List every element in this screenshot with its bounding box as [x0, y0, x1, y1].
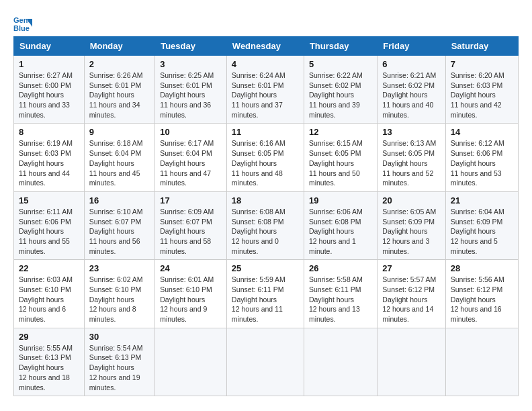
- page-header: General Blue: [13, 13, 519, 32]
- calendar-cell: 17 Sunrise: 6:09 AMSunset: 6:07 PMDaylig…: [155, 191, 227, 259]
- day-number: 19: [309, 195, 372, 205]
- calendar-cell: 14 Sunrise: 6:12 AMSunset: 6:06 PMDaylig…: [445, 124, 518, 191]
- day-number: 4: [232, 59, 299, 69]
- calendar-cell: 18 Sunrise: 6:08 AMSunset: 6:08 PMDaylig…: [226, 191, 304, 259]
- day-number: 18: [232, 195, 299, 205]
- weekday-header-wednesday: Wednesday: [226, 37, 304, 56]
- calendar-cell: 11 Sunrise: 6:16 AMSunset: 6:05 PMDaylig…: [226, 124, 304, 191]
- calendar-cell: 29 Sunrise: 5:55 AMSunset: 6:13 PMDaylig…: [14, 328, 85, 396]
- day-number: 10: [160, 127, 222, 137]
- day-number: 22: [19, 263, 79, 273]
- day-number: 25: [232, 263, 299, 273]
- day-info: Sunrise: 5:54 AMSunset: 6:13 PMDaylight …: [89, 343, 150, 392]
- calendar-week-row: 1 Sunrise: 6:27 AMSunset: 6:00 PMDayligh…: [14, 56, 519, 124]
- day-info: Sunrise: 6:12 AMSunset: 6:06 PMDaylight …: [451, 138, 513, 187]
- calendar-cell: 21 Sunrise: 6:04 AMSunset: 6:09 PMDaylig…: [445, 191, 518, 259]
- day-number: 6: [382, 59, 440, 69]
- calendar-table: SundayMondayTuesdayWednesdayThursdayFrid…: [13, 36, 519, 396]
- calendar-cell: [378, 328, 445, 396]
- calendar-cell: 4 Sunrise: 6:24 AMSunset: 6:01 PMDayligh…: [226, 56, 304, 124]
- day-number: 23: [89, 263, 150, 273]
- day-info: Sunrise: 6:05 AMSunset: 6:09 PMDaylight …: [382, 207, 440, 256]
- calendar-cell: 10 Sunrise: 6:17 AMSunset: 6:04 PMDaylig…: [155, 124, 227, 191]
- day-info: Sunrise: 6:17 AMSunset: 6:04 PMDaylight …: [160, 138, 222, 187]
- day-info: Sunrise: 6:22 AMSunset: 6:02 PMDaylight …: [309, 71, 372, 120]
- day-number: 12: [309, 127, 372, 137]
- day-info: Sunrise: 6:25 AMSunset: 6:01 PMDaylight …: [160, 71, 222, 120]
- day-info: Sunrise: 6:26 AMSunset: 6:01 PMDaylight …: [89, 71, 150, 120]
- day-info: Sunrise: 6:19 AMSunset: 6:03 PMDaylight …: [19, 138, 79, 187]
- calendar-cell: 9 Sunrise: 6:18 AMSunset: 6:04 PMDayligh…: [84, 124, 155, 191]
- calendar-cell: 1 Sunrise: 6:27 AMSunset: 6:00 PMDayligh…: [14, 56, 85, 124]
- day-number: 30: [89, 332, 150, 342]
- day-info: Sunrise: 5:58 AMSunset: 6:11 PMDaylight …: [309, 275, 372, 324]
- day-info: Sunrise: 5:59 AMSunset: 6:11 PMDaylight …: [232, 275, 299, 324]
- day-info: Sunrise: 6:10 AMSunset: 6:07 PMDaylight …: [89, 207, 150, 256]
- calendar-cell: 7 Sunrise: 6:20 AMSunset: 6:03 PMDayligh…: [445, 56, 518, 124]
- calendar-cell: 24 Sunrise: 6:01 AMSunset: 6:10 PMDaylig…: [155, 260, 227, 328]
- calendar-cell: [445, 328, 518, 396]
- day-number: 9: [89, 127, 150, 137]
- calendar-cell: [304, 328, 377, 396]
- logo: General Blue: [13, 13, 35, 32]
- weekday-header-sunday: Sunday: [14, 37, 85, 56]
- calendar-cell: 16 Sunrise: 6:10 AMSunset: 6:07 PMDaylig…: [84, 191, 155, 259]
- day-number: 11: [232, 127, 299, 137]
- day-info: Sunrise: 6:21 AMSunset: 6:02 PMDaylight …: [382, 71, 440, 120]
- day-info: Sunrise: 6:15 AMSunset: 6:05 PMDaylight …: [309, 138, 372, 187]
- day-info: Sunrise: 5:56 AMSunset: 6:12 PMDaylight …: [451, 275, 513, 324]
- calendar-cell: 25 Sunrise: 5:59 AMSunset: 6:11 PMDaylig…: [226, 260, 304, 328]
- weekday-header-saturday: Saturday: [445, 37, 518, 56]
- calendar-cell: 13 Sunrise: 6:13 AMSunset: 6:05 PMDaylig…: [378, 124, 445, 191]
- day-number: 7: [451, 59, 513, 69]
- day-info: Sunrise: 6:20 AMSunset: 6:03 PMDaylight …: [451, 71, 513, 120]
- day-number: 20: [382, 195, 440, 205]
- day-number: 17: [160, 195, 222, 205]
- calendar-cell: 6 Sunrise: 6:21 AMSunset: 6:02 PMDayligh…: [378, 56, 445, 124]
- svg-text:Blue: Blue: [13, 24, 30, 32]
- day-number: 28: [451, 263, 513, 273]
- calendar-week-row: 29 Sunrise: 5:55 AMSunset: 6:13 PMDaylig…: [14, 328, 519, 396]
- weekday-header-monday: Monday: [84, 37, 155, 56]
- weekday-header-row: SundayMondayTuesdayWednesdayThursdayFrid…: [14, 37, 519, 56]
- day-number: 8: [19, 127, 79, 137]
- calendar-week-row: 8 Sunrise: 6:19 AMSunset: 6:03 PMDayligh…: [14, 124, 519, 191]
- day-number: 27: [382, 263, 440, 273]
- calendar-cell: 2 Sunrise: 6:26 AMSunset: 6:01 PMDayligh…: [84, 56, 155, 124]
- day-info: Sunrise: 6:11 AMSunset: 6:06 PMDaylight …: [19, 207, 79, 256]
- day-info: Sunrise: 6:16 AMSunset: 6:05 PMDaylight …: [232, 138, 299, 187]
- weekday-header-tuesday: Tuesday: [155, 37, 227, 56]
- calendar-cell: 19 Sunrise: 6:06 AMSunset: 6:08 PMDaylig…: [304, 191, 377, 259]
- day-number: 3: [160, 59, 222, 69]
- calendar-cell: 27 Sunrise: 5:57 AMSunset: 6:12 PMDaylig…: [378, 260, 445, 328]
- day-info: Sunrise: 6:24 AMSunset: 6:01 PMDaylight …: [232, 71, 299, 120]
- day-number: 15: [19, 195, 79, 205]
- day-number: 26: [309, 263, 372, 273]
- day-info: Sunrise: 6:04 AMSunset: 6:09 PMDaylight …: [451, 207, 513, 256]
- calendar-cell: 12 Sunrise: 6:15 AMSunset: 6:05 PMDaylig…: [304, 124, 377, 191]
- day-info: Sunrise: 6:09 AMSunset: 6:07 PMDaylight …: [160, 207, 222, 256]
- calendar-cell: 3 Sunrise: 6:25 AMSunset: 6:01 PMDayligh…: [155, 56, 227, 124]
- day-number: 14: [451, 127, 513, 137]
- day-number: 13: [382, 127, 440, 137]
- calendar-cell: 22 Sunrise: 6:03 AMSunset: 6:10 PMDaylig…: [14, 260, 85, 328]
- day-number: 21: [451, 195, 513, 205]
- weekday-header-thursday: Thursday: [304, 37, 377, 56]
- day-info: Sunrise: 5:57 AMSunset: 6:12 PMDaylight …: [382, 275, 440, 324]
- day-info: Sunrise: 6:06 AMSunset: 6:08 PMDaylight …: [309, 207, 372, 256]
- day-number: 24: [160, 263, 222, 273]
- calendar-cell: 30 Sunrise: 5:54 AMSunset: 6:13 PMDaylig…: [84, 328, 155, 396]
- weekday-header-friday: Friday: [378, 37, 445, 56]
- calendar-cell: 15 Sunrise: 6:11 AMSunset: 6:06 PMDaylig…: [14, 191, 85, 259]
- day-info: Sunrise: 6:18 AMSunset: 6:04 PMDaylight …: [89, 138, 150, 187]
- day-info: Sunrise: 6:08 AMSunset: 6:08 PMDaylight …: [232, 207, 299, 256]
- day-info: Sunrise: 6:03 AMSunset: 6:10 PMDaylight …: [19, 275, 79, 324]
- day-info: Sunrise: 6:27 AMSunset: 6:00 PMDaylight …: [19, 71, 79, 120]
- calendar-cell: 26 Sunrise: 5:58 AMSunset: 6:11 PMDaylig…: [304, 260, 377, 328]
- day-info: Sunrise: 6:01 AMSunset: 6:10 PMDaylight …: [160, 275, 222, 324]
- calendar-cell: 5 Sunrise: 6:22 AMSunset: 6:02 PMDayligh…: [304, 56, 377, 124]
- calendar-cell: 28 Sunrise: 5:56 AMSunset: 6:12 PMDaylig…: [445, 260, 518, 328]
- day-info: Sunrise: 6:13 AMSunset: 6:05 PMDaylight …: [382, 138, 440, 187]
- day-number: 2: [89, 59, 150, 69]
- day-info: Sunrise: 6:02 AMSunset: 6:10 PMDaylight …: [89, 275, 150, 324]
